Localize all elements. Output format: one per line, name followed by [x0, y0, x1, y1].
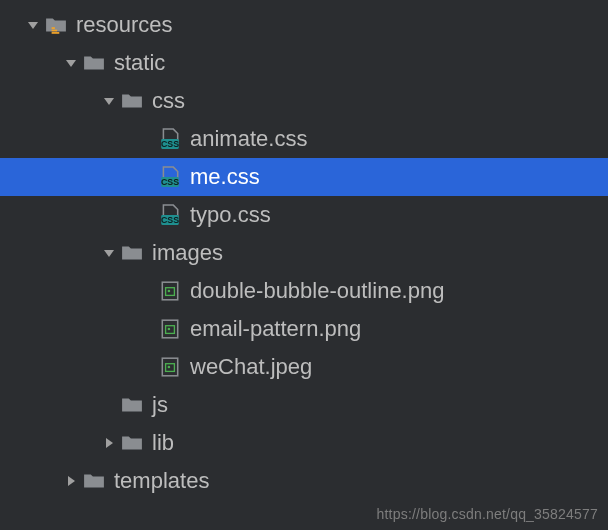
tree-label: js [152, 392, 168, 418]
css-file-icon [156, 128, 184, 150]
folder-icon [80, 470, 108, 492]
image-file-icon [156, 356, 184, 378]
tree-node-js[interactable]: js [0, 386, 608, 424]
tree-node-dbo-png[interactable]: double-bubble-outline.png [0, 272, 608, 310]
tree-label: templates [114, 468, 209, 494]
tree-node-typo-css[interactable]: typo.css [0, 196, 608, 234]
tree-node-images[interactable]: images [0, 234, 608, 272]
chevron-down-icon[interactable] [100, 95, 118, 107]
resources-folder-icon [42, 14, 70, 36]
css-file-icon [156, 204, 184, 226]
folder-icon [118, 394, 146, 416]
tree-label: images [152, 240, 223, 266]
tree-node-email-png[interactable]: email-pattern.png [0, 310, 608, 348]
tree-node-lib[interactable]: lib [0, 424, 608, 462]
chevron-right-icon[interactable] [62, 475, 80, 487]
tree-node-templates[interactable]: templates [0, 462, 608, 500]
folder-icon [80, 52, 108, 74]
tree-label: animate.css [190, 126, 307, 152]
tree-label: email-pattern.png [190, 316, 361, 342]
chevron-down-icon[interactable] [62, 57, 80, 69]
project-tree[interactable]: resources static css animate.css me.css … [0, 0, 608, 500]
folder-icon [118, 242, 146, 264]
tree-node-resources[interactable]: resources [0, 6, 608, 44]
tree-node-static[interactable]: static [0, 44, 608, 82]
tree-label: weChat.jpeg [190, 354, 312, 380]
tree-label: static [114, 50, 165, 76]
tree-label: css [152, 88, 185, 114]
tree-label: typo.css [190, 202, 271, 228]
image-file-icon [156, 318, 184, 340]
tree-label: lib [152, 430, 174, 456]
chevron-down-icon[interactable] [24, 19, 42, 31]
image-file-icon [156, 280, 184, 302]
tree-node-css[interactable]: css [0, 82, 608, 120]
folder-icon [118, 90, 146, 112]
chevron-down-icon[interactable] [100, 247, 118, 259]
tree-label: resources [76, 12, 173, 38]
folder-icon [118, 432, 146, 454]
watermark-text: https://blog.csdn.net/qq_35824577 [377, 506, 598, 522]
tree-label: me.css [190, 164, 260, 190]
css-file-icon [156, 166, 184, 188]
tree-node-me-css[interactable]: me.css [0, 158, 608, 196]
tree-node-wechat-jpeg[interactable]: weChat.jpeg [0, 348, 608, 386]
chevron-right-icon[interactable] [100, 437, 118, 449]
tree-node-animate-css[interactable]: animate.css [0, 120, 608, 158]
tree-label: double-bubble-outline.png [190, 278, 444, 304]
